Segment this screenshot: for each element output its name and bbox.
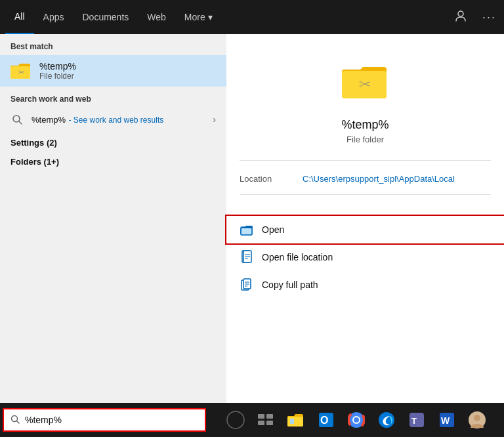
taskbar-chrome-icon[interactable] (345, 408, 368, 432)
tab-more[interactable]: More ▾ (175, 0, 222, 34)
taskbar-cortana-icon[interactable] (224, 408, 247, 432)
action-list: Open Open file location (226, 216, 504, 299)
svg-rect-31 (290, 419, 294, 424)
best-match-item[interactable]: ✂ %temp% File folder (0, 55, 226, 87)
svg-point-24 (227, 411, 244, 428)
svg-point-0 (458, 11, 463, 16)
search-icon-sm (10, 113, 24, 126)
svg-point-44 (474, 415, 480, 421)
web-result-text-wrap: %temp% - See work and web results (32, 114, 163, 125)
copy-icon (240, 278, 254, 292)
best-match-label: Best match (0, 34, 226, 55)
left-panel: Best match ✂ %temp% File folder Search w… (0, 34, 226, 403)
svg-rect-25 (258, 414, 264, 419)
detail-location-row: Location C:\Users\erpsupport_sipl\AppDat… (226, 171, 504, 186)
taskbar-edge-icon[interactable] (375, 408, 398, 432)
settings-label[interactable]: Settings (2) (0, 131, 226, 150)
taskbar-icons: O T (211, 408, 501, 432)
action-copy-path-label: Copy full path (262, 280, 318, 290)
web-section-label: Search work and web (0, 87, 226, 108)
svg-rect-28 (266, 421, 273, 425)
location-value[interactable]: C:\Users\erpsupport_sipl\AppData\Local (303, 174, 455, 184)
svg-text:✂: ✂ (359, 76, 371, 93)
best-match-type: File folder (39, 72, 76, 81)
detail-name: %temp% (341, 118, 388, 132)
detail-divider (240, 160, 491, 161)
best-match-name: %temp% (39, 61, 76, 72)
svg-rect-27 (258, 421, 264, 425)
action-open-location[interactable]: Open file location (226, 243, 504, 271)
nav-right-icons: ··· (452, 7, 499, 28)
detail-folder-icon: ✂ (342, 60, 389, 108)
taskbar-explorer-icon[interactable] (284, 408, 308, 432)
tab-web[interactable]: Web (138, 0, 175, 34)
taskbar-teams-icon[interactable]: T (405, 408, 429, 432)
location-label: Location (240, 174, 292, 184)
open-folder-icon (240, 222, 254, 237)
main-content: Best match ✂ %temp% File folder Search w… (0, 34, 504, 403)
tab-documents[interactable]: Documents (73, 0, 138, 34)
taskbar: %temp% (0, 403, 504, 437)
web-result-item[interactable]: %temp% - See work and web results › (0, 108, 226, 131)
action-open-label: Open (262, 224, 284, 235)
svg-rect-26 (266, 414, 273, 419)
taskbar-word-icon[interactable]: W (435, 408, 459, 432)
action-copy-path[interactable]: Copy full path (226, 271, 504, 299)
more-options-icon[interactable]: ··· (480, 8, 499, 27)
svg-text:T: T (411, 416, 417, 426)
folders-label[interactable]: Folders (1+) (0, 150, 226, 169)
right-panel: ✂ %temp% File folder Location C:\Users\e… (226, 34, 504, 403)
folder-icon: ✂ (10, 60, 32, 81)
best-match-text: %temp% File folder (39, 61, 76, 81)
svg-line-23 (17, 421, 20, 423)
svg-point-37 (354, 417, 359, 423)
svg-text:O: O (320, 415, 328, 426)
taskbar-outlook-icon[interactable]: O (314, 408, 338, 432)
top-nav: All Apps Documents Web More ▾ ··· (0, 0, 504, 34)
detail-type: File folder (346, 135, 384, 144)
taskbar-search-text: %temp% (25, 415, 62, 425)
svg-line-5 (19, 121, 22, 124)
web-result-desc: - See work and web results (68, 115, 163, 125)
svg-rect-10 (241, 228, 252, 235)
tab-apps[interactable]: Apps (34, 0, 74, 34)
web-result-query: %temp% (32, 115, 66, 125)
taskbar-avatar-icon[interactable] (465, 408, 489, 432)
taskbar-search[interactable]: %temp% (3, 408, 206, 432)
tab-all[interactable]: All (5, 0, 34, 34)
svg-text:✂: ✂ (18, 68, 24, 76)
taskbar-taskview-icon[interactable] (254, 408, 278, 432)
detail-divider-2 (240, 194, 491, 195)
action-open[interactable]: Open (226, 216, 504, 243)
chevron-right-icon: › (213, 114, 216, 125)
person-icon[interactable] (452, 7, 469, 28)
svg-rect-30 (287, 417, 303, 427)
action-open-location-label: Open file location (262, 252, 333, 262)
svg-text:W: W (441, 415, 450, 426)
taskbar-search-icon (10, 415, 20, 426)
file-location-icon (240, 250, 254, 264)
